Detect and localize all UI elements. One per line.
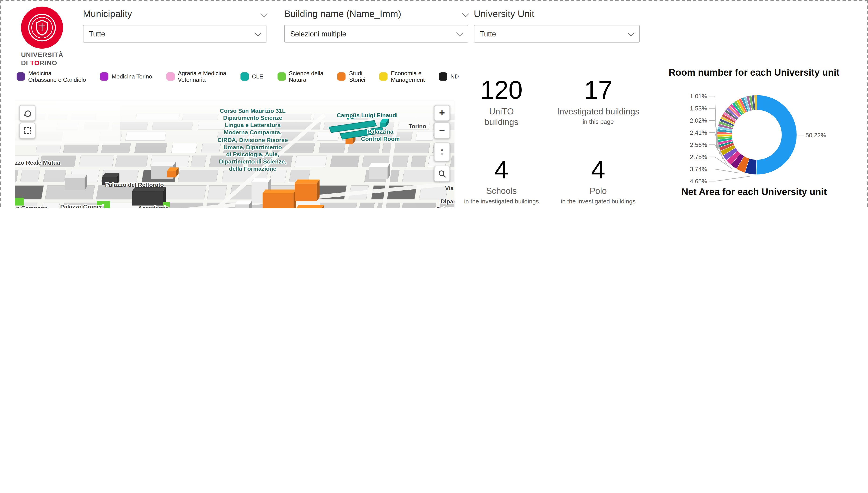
legend-swatch-icon <box>439 72 447 80</box>
legend-label: Medicina Torino <box>112 73 152 80</box>
legend-swatch-icon <box>100 72 108 80</box>
chevron-down-icon <box>456 29 463 37</box>
filter-municipality: Municipality Tutte <box>83 8 266 43</box>
legend-swatch-icon <box>17 72 25 80</box>
building-nd[interactable] <box>132 187 166 206</box>
room-number-chart-title: Room number for each University unit <box>644 67 865 79</box>
donut-label: 50.22% <box>806 132 826 139</box>
building <box>65 174 87 190</box>
legend-item[interactable]: Economia e Management <box>379 70 425 83</box>
donut-label: 2.56% <box>690 141 707 148</box>
logo-text: UNIVERSITÀ DI TORINO <box>21 51 82 67</box>
net-area-donut-chart: 50.66%1.3%1.88%2.19%2.46%2.6%3.63%3.65%5… <box>644 198 865 208</box>
kpi-sublabel: in the investigated buildings <box>456 198 547 204</box>
municipality-dropdown[interactable]: Tutte <box>83 25 266 43</box>
legend-item[interactable]: Agraria e Medicina Veterinaria <box>166 70 226 83</box>
map-zoom-in-button[interactable]: + <box>434 105 450 121</box>
legend-item[interactable]: ND <box>439 72 459 80</box>
kpi-label: Polo <box>551 186 645 196</box>
university-unit-dropdown[interactable]: Tutte <box>474 25 640 43</box>
filter-header[interactable]: Building name (Name_Imm) <box>284 8 468 21</box>
logo-line2: DI TORINO <box>21 59 57 67</box>
unito-crest-icon <box>21 6 63 48</box>
donut-label: 2.02% <box>690 117 707 124</box>
dropdown-value: Selezioni multiple <box>290 30 346 38</box>
building-studi-storici[interactable] <box>295 179 319 201</box>
map-legend: Medicina Orbassano e CandioloMedicina To… <box>17 70 459 83</box>
filter-header[interactable]: Municipality <box>83 8 266 21</box>
donut-slices <box>717 95 797 175</box>
map-pan-control[interactable]: ▲ ▼ <box>434 143 450 161</box>
legend-item[interactable]: Studi Storici <box>337 70 365 83</box>
kpi-schools: 4 Schools in the investigated buildings <box>456 157 547 204</box>
building-studi-storici[interactable] <box>167 168 179 177</box>
kpi-value: 4 <box>456 157 547 183</box>
legend-item[interactable]: Medicina Orbassano e Candiolo <box>17 70 86 83</box>
legend-label: Medicina Orbassano e Candiolo <box>28 70 86 83</box>
map-label: Palazzo Graneri <box>60 203 104 208</box>
map-label: Via <box>445 185 454 192</box>
legend-label: CLE <box>252 73 263 80</box>
filter-building-name: Building name (Name_Imm) Selezioni multi… <box>284 8 468 43</box>
kpi-sublabel: in this page <box>551 118 645 125</box>
building-name-dropdown[interactable]: Selezioni multiple <box>284 25 468 43</box>
legend-item[interactable]: Scienze della Natura <box>277 70 323 83</box>
chevron-down-icon <box>627 29 635 37</box>
map-search-button[interactable] <box>434 166 450 182</box>
dropdown-value: Tutte <box>89 30 105 38</box>
chevron-down-icon <box>254 29 261 37</box>
chevron-down-icon <box>261 10 268 17</box>
unito-logo: UNIVERSITÀ DI TORINO <box>21 6 82 67</box>
kpi-unito-buildings: 120 UniTO buildings <box>456 77 547 128</box>
kpi-label: UniTO buildings <box>456 107 547 127</box>
arrow-down-icon: ▼ <box>440 152 444 157</box>
map-canvas[interactable]: + − ▲ ▼ zzo Reale MutuaPalazzo del Retto… <box>15 101 455 208</box>
building-studi-storici[interactable] <box>263 189 296 208</box>
dropdown-value: Tutte <box>480 30 496 38</box>
map-selection-frame-button[interactable] <box>19 123 36 139</box>
kpi-value: 4 <box>551 157 645 183</box>
map-rotate-button[interactable] <box>19 105 36 121</box>
magnifier-icon <box>437 169 447 178</box>
legend-swatch-icon <box>379 72 388 80</box>
legend-swatch-icon <box>166 72 174 80</box>
kpi-value: 17 <box>551 77 645 103</box>
kpi-polo: 4 Polo in the investigated buildings <box>551 157 645 204</box>
selection-frame-icon <box>23 127 31 135</box>
legend-item[interactable]: CLE <box>240 72 263 80</box>
donut-label: 2.41% <box>690 129 707 136</box>
filter-university-unit: University Unit Tutte <box>474 8 640 43</box>
crest-graphic <box>25 11 59 44</box>
filter-header[interactable]: University Unit <box>474 8 640 21</box>
chevron-down-icon <box>462 10 469 17</box>
map-zoom-out-button[interactable]: − <box>434 123 450 139</box>
dashboard-page: UNIVERSITÀ DI TORINO Municipality Tutte … <box>0 0 868 208</box>
map-label: Torino <box>409 123 426 130</box>
building-studi-storici[interactable] <box>296 205 324 208</box>
kpi-investigated-buildings: 17 Investigated buildings in this page <box>551 77 645 125</box>
donut-label: 4.65% <box>690 178 707 185</box>
kpi-label: Investigated buildings <box>551 107 645 117</box>
kpi-label: Schools <box>456 186 547 196</box>
filter-label: University Unit <box>474 9 534 20</box>
building <box>235 200 252 208</box>
minus-icon: − <box>439 125 445 136</box>
map-label: Palazzo del Rettorato <box>105 181 164 189</box>
donut-label: 3.74% <box>690 166 707 173</box>
arrow-up-icon: ▲ <box>440 147 445 152</box>
net-area-chart-title: Net Area for each University unit <box>644 187 865 198</box>
donut-label: 2.75% <box>690 153 707 160</box>
map-label: o Campana <box>16 205 47 208</box>
legend-label: Economia e Management <box>391 70 425 83</box>
filter-label: Building name (Name_Imm) <box>284 9 401 20</box>
room-number-donut-chart: 50.22%1.01%1.53%2.02%2.41%2.56%2.75%3.74… <box>644 80 865 190</box>
legend-label: Studi Storici <box>349 70 365 83</box>
donut-label: 1.53% <box>690 105 707 112</box>
map-label: Corso San Maurizio 31L Dipartimento Scie… <box>211 107 294 172</box>
legend-label: Agraria e Medicina Veterinaria <box>178 70 226 83</box>
kpi-value: 120 <box>456 77 547 103</box>
legend-swatch-icon <box>277 72 285 80</box>
map-label: Accademia di Medicina <box>138 205 169 208</box>
legend-item[interactable]: Medicina Torino <box>100 72 152 80</box>
donut-slice[interactable] <box>756 95 797 175</box>
